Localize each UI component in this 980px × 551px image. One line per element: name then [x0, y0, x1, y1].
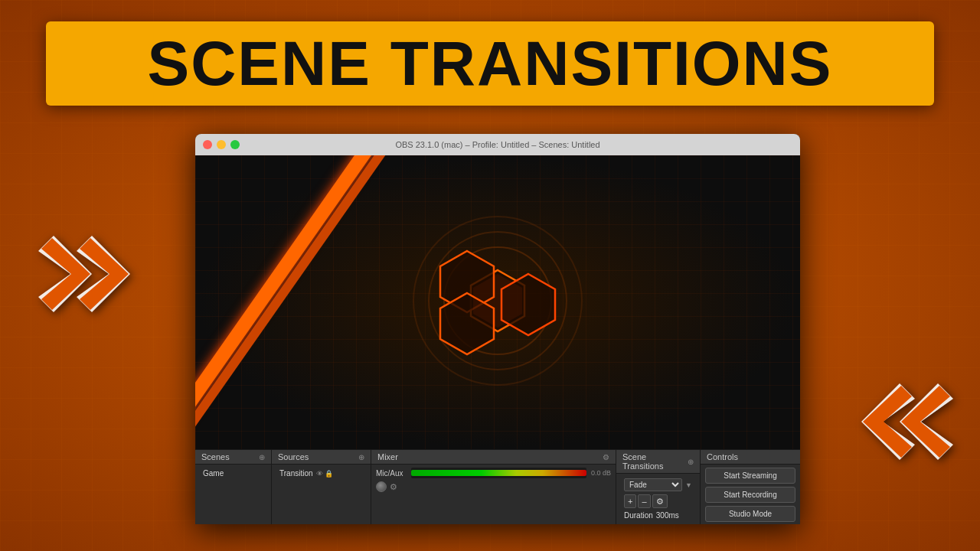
lock-icon[interactable]: 🔒 — [325, 470, 333, 478]
controls-panel: Controls Start Streaming Start Recording… — [701, 450, 800, 524]
duration-label: Duration — [624, 511, 653, 520]
mixer-track-label: Mic/Aux — [376, 469, 407, 478]
obs-titlebar: OBS 23.1.0 (mac) – Profile: Untitled – S… — [195, 134, 800, 155]
window-title: OBS 23.1.0 (mac) – Profile: Untitled – S… — [395, 140, 599, 149]
transitions-content: Fade ▼ + – ⚙ Duration 300ms — [616, 474, 700, 524]
double-chevron-left-icon — [815, 372, 969, 471]
eye-icon[interactable]: 👁 — [316, 470, 323, 478]
remove-transition-button[interactable]: – — [638, 494, 650, 508]
obs-preview — [195, 155, 800, 449]
audio-level-bar — [411, 470, 586, 476]
obs-bottom-panel: Scenes ⊕ Game Sources ⊕ Transition — [195, 449, 800, 524]
scenes-header: Scenes ⊕ — [195, 450, 271, 465]
transition-arrow: ▼ — [685, 481, 692, 489]
transition-settings-button[interactable]: ⚙ — [652, 494, 668, 508]
mixer-bar — [411, 468, 586, 478]
volume-knob[interactable] — [376, 481, 387, 492]
title-banner: SCENE TRANSITIONS — [46, 21, 934, 106]
scene-transitions-panel: Scene Transitions ⊕ Fade ▼ + – ⚙ — [616, 450, 701, 524]
mixer-content: Mic/Aux 0.0 dB ⚙ — [371, 465, 616, 495]
close-button[interactable] — [203, 140, 212, 149]
sources-content: Transition 👁 🔒 — [272, 465, 371, 524]
duration-row: Duration 300ms — [621, 510, 695, 521]
source-icons: 👁 🔒 — [316, 470, 333, 478]
source-name: Transition — [279, 469, 313, 478]
mixer-track: Mic/Aux 0.0 dB — [376, 468, 611, 478]
start-streaming-button[interactable]: Start Streaming — [705, 468, 795, 484]
maximize-button[interactable] — [230, 140, 240, 149]
mixer-label: Mixer — [377, 452, 398, 461]
scene-transitions-header: Scene Transitions ⊕ — [616, 450, 700, 474]
obs-content: Scenes ⊕ Game Sources ⊕ Transition — [195, 155, 800, 524]
mixer-db-value: 0.0 dB — [591, 469, 611, 477]
right-arrow-decoration — [815, 372, 969, 474]
sources-add-icon[interactable]: ⊕ — [358, 453, 364, 461]
transition-type-select[interactable]: Fade — [624, 478, 682, 491]
minimize-button[interactable] — [217, 140, 226, 149]
scenes-content: Game — [195, 465, 271, 524]
hex-cluster — [375, 201, 620, 403]
transition-type-row: Fade ▼ — [621, 477, 695, 493]
sources-label: Sources — [278, 452, 309, 461]
mixer-settings-icon[interactable]: ⚙ — [603, 453, 609, 461]
hexagon-cluster-svg — [375, 201, 620, 400]
mixer-gear-icon[interactable]: ⚙ — [390, 482, 397, 492]
scene-item-game[interactable]: Game — [200, 468, 266, 479]
add-transition-button[interactable]: + — [624, 494, 636, 508]
sources-panel: Sources ⊕ Transition 👁 🔒 — [272, 450, 371, 524]
start-recording-button[interactable]: Start Recording — [705, 487, 795, 503]
scenes-label: Scenes — [201, 452, 230, 461]
double-chevron-right-icon — [23, 224, 161, 324]
controls-label: Controls — [707, 452, 738, 461]
transitions-settings-icon[interactable]: ⊕ — [688, 458, 694, 466]
obs-window: OBS 23.1.0 (mac) – Profile: Untitled – S… — [195, 134, 800, 524]
page-title: SCENE TRANSITIONS — [147, 32, 832, 95]
sources-header: Sources ⊕ — [272, 450, 371, 465]
source-item-transition[interactable]: Transition 👁 🔒 — [276, 468, 366, 479]
duration-value: 300ms — [656, 511, 679, 520]
mixer-vol-row: ⚙ — [376, 481, 611, 492]
scenes-add-icon[interactable]: ⊕ — [259, 453, 265, 461]
scene-transitions-label: Scene Transitions — [622, 452, 688, 471]
scenes-panel: Scenes ⊕ Game — [195, 450, 272, 524]
controls-content: Start Streaming Start Recording Studio M… — [701, 465, 800, 524]
controls-header: Controls — [701, 450, 800, 465]
left-arrow-decoration — [23, 224, 161, 327]
traffic-lights — [203, 140, 240, 149]
studio-mode-button[interactable]: Studio Mode — [705, 506, 795, 522]
add-remove-row: + – ⚙ — [621, 493, 695, 510]
mixer-panel: Mixer ⚙ Mic/Aux 0.0 dB ⚙ — [371, 450, 616, 524]
mixer-header: Mixer ⚙ — [371, 450, 616, 465]
